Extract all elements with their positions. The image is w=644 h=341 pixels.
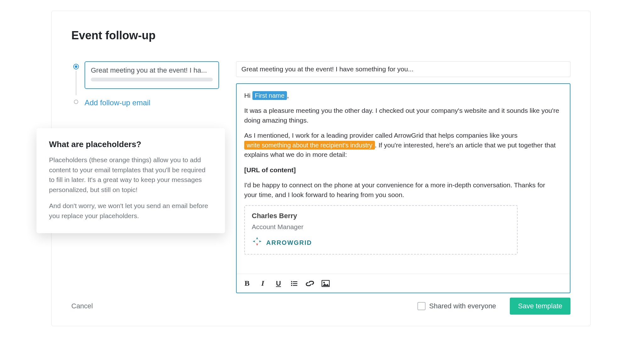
content-url-placeholder: [URL of content] xyxy=(244,165,560,175)
signature-name: Charles Berry xyxy=(252,211,510,221)
signature-company: ARROWGRID xyxy=(266,238,312,247)
placeholders-popover: What are placeholders? Placeholders (the… xyxy=(36,128,225,233)
email-body[interactable]: Hi First name, It was a pleasure meeting… xyxy=(237,84,570,274)
page-title: Event follow-up xyxy=(71,29,156,42)
list-button[interactable] xyxy=(289,279,299,288)
popover-paragraph-2: And don't worry, we won't let you send a… xyxy=(49,201,212,221)
add-followup-button[interactable]: Add follow-up email xyxy=(85,97,150,107)
share-checkbox[interactable] xyxy=(417,302,426,310)
svg-point-2 xyxy=(291,283,292,284)
step-card-preview-bar xyxy=(91,78,213,81)
svg-point-0 xyxy=(291,281,292,282)
link-button[interactable] xyxy=(305,279,315,288)
placeholder-industry[interactable]: write something about the recipient's in… xyxy=(244,141,375,150)
italic-button[interactable]: I xyxy=(258,279,267,288)
svg-rect-5 xyxy=(293,285,297,286)
svg-rect-3 xyxy=(293,283,297,284)
step-indicator-inactive xyxy=(74,100,78,104)
signature-title: Account Manager xyxy=(252,222,510,232)
editor-toolbar: B I U xyxy=(237,274,570,293)
editor-footer: Cancel Shared with everyone Save templat… xyxy=(71,298,570,315)
popover-title: What are placeholders? xyxy=(49,140,212,149)
body-paragraph-2a: As I mentioned, I work for a leading pro… xyxy=(244,132,518,139)
step-connector xyxy=(76,71,76,95)
bold-button[interactable]: B xyxy=(242,279,252,288)
svg-rect-1 xyxy=(293,281,297,282)
signature-block[interactable]: Charles Berry Account Manager ARROWGRID xyxy=(244,205,518,255)
arrowgrid-logo-icon xyxy=(252,236,262,249)
image-button[interactable] xyxy=(321,279,330,288)
body-paragraph-3: I'd be happy to connect on the phone at … xyxy=(244,180,560,200)
step-indicator-active xyxy=(73,64,79,69)
share-toggle[interactable]: Shared with everyone xyxy=(417,302,496,310)
save-template-button[interactable]: Save template xyxy=(510,298,570,315)
greeting-suffix: , xyxy=(287,92,289,99)
popover-paragraph-1: Placeholders (these orange things) allow… xyxy=(49,155,212,195)
share-label: Shared with everyone xyxy=(429,302,496,310)
email-sequence-stepper: Great meeting you at the event! I ha... … xyxy=(71,61,222,107)
cancel-button[interactable]: Cancel xyxy=(71,302,93,310)
svg-point-4 xyxy=(291,285,292,286)
body-paragraph-1: It was a pleasure meeting you the other … xyxy=(244,106,560,125)
underline-button[interactable]: U xyxy=(274,279,283,288)
subject-input[interactable] xyxy=(236,61,570,77)
merge-token-first-name[interactable]: First name xyxy=(252,91,287,100)
svg-point-7 xyxy=(323,282,325,283)
step-card-1[interactable]: Great meeting you at the event! I ha... xyxy=(85,61,219,89)
email-editor: Hi First name, It was a pleasure meeting… xyxy=(236,83,570,293)
greeting-prefix: Hi xyxy=(244,92,252,99)
step-card-title: Great meeting you at the event! I ha... xyxy=(91,66,213,74)
